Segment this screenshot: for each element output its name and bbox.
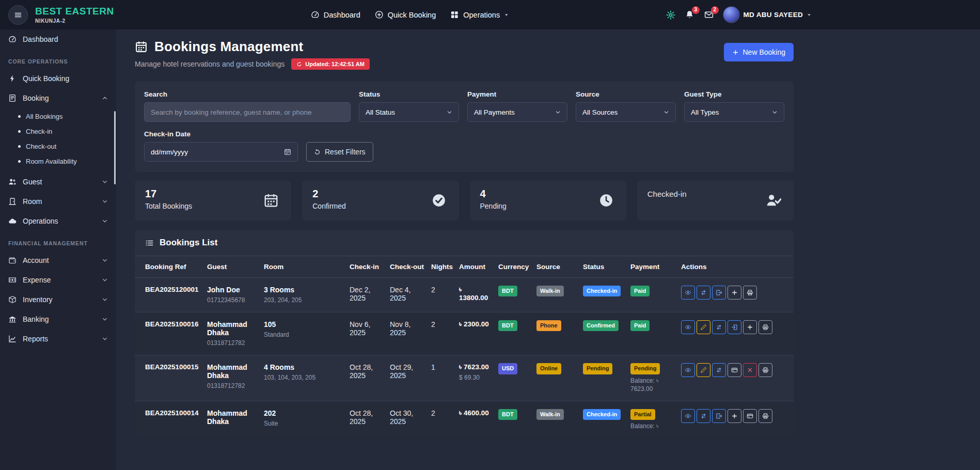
plus-icon bbox=[732, 49, 739, 56]
swap-action-button[interactable] bbox=[697, 409, 710, 423]
column-header-guest[interactable]: Guest bbox=[203, 256, 260, 278]
column-header-amount[interactable]: Amount bbox=[455, 256, 494, 278]
plus-action-button[interactable] bbox=[728, 286, 741, 300]
sidebar-item-banking[interactable]: Banking bbox=[0, 309, 116, 329]
nav-dashboard[interactable]: Dashboard bbox=[311, 10, 360, 19]
user-name: MD ABU SAYEED bbox=[744, 11, 803, 19]
sidebar-subitem-all-bookings[interactable]: All Bookings bbox=[0, 109, 116, 124]
checkout-date: Nov 8, 2025 bbox=[386, 312, 427, 355]
credit-card-action-button[interactable] bbox=[743, 409, 757, 423]
source-select[interactable]: All Sources bbox=[576, 102, 676, 122]
printer-action-button[interactable] bbox=[758, 363, 772, 377]
plus-action-button[interactable] bbox=[743, 320, 757, 334]
checkin-date-input[interactable]: dd/mm/yyyy bbox=[144, 142, 298, 162]
search-input[interactable] bbox=[144, 102, 351, 122]
reset-filters-button[interactable]: Reset Filters bbox=[306, 142, 373, 162]
sidebar-item-account[interactable]: Account bbox=[0, 250, 116, 270]
sidebar-item-operations[interactable]: Operations bbox=[0, 211, 116, 231]
swap-action-button[interactable] bbox=[712, 363, 726, 377]
column-header-currency[interactable]: Currency bbox=[494, 256, 532, 278]
column-header-check-out[interactable]: Check-out bbox=[386, 256, 427, 278]
column-header-actions[interactable]: Actions bbox=[677, 256, 794, 278]
notifications-button[interactable]: 3 bbox=[685, 10, 695, 20]
column-header-nights[interactable]: Nights bbox=[427, 256, 455, 278]
sidebar-item-room[interactable]: Room bbox=[0, 192, 116, 211]
nav-link-label: Dashboard bbox=[324, 11, 360, 19]
column-header-payment[interactable]: Payment bbox=[626, 256, 677, 278]
box-arrow-right-action-button[interactable] bbox=[712, 409, 726, 423]
printer-action-button[interactable] bbox=[758, 320, 772, 334]
journal-icon bbox=[8, 94, 17, 102]
nav-quick-booking[interactable]: Quick Booking bbox=[375, 10, 436, 19]
eye-action-button[interactable] bbox=[681, 320, 695, 334]
chevron-up-icon bbox=[102, 95, 108, 101]
sidebar-item-expense[interactable]: Expense bbox=[0, 270, 116, 290]
sidebar-item-booking[interactable]: Booking bbox=[0, 88, 116, 108]
plus-action-button[interactable] bbox=[728, 409, 741, 423]
guest-name: Mohammad Dhaka bbox=[207, 363, 256, 380]
payment-select[interactable]: All Payments bbox=[467, 102, 567, 122]
brand-name: BEST EASTERN bbox=[35, 6, 114, 17]
sidebar-scrollbar[interactable] bbox=[114, 111, 116, 184]
table-row: BEA2025100014Mohammad Dhaka202SuiteOct 2… bbox=[135, 401, 794, 438]
eye-action-button[interactable] bbox=[681, 409, 695, 423]
sidebar-item-dashboard[interactable]: Dashboard bbox=[0, 29, 116, 49]
stat-label: Confirmed bbox=[312, 202, 448, 210]
nights: 1 bbox=[427, 355, 455, 401]
top-navbar: BEST EASTERN NIKUNJA-2 DashboardQuick Bo… bbox=[0, 0, 980, 29]
sidebar-item-label: Room bbox=[23, 197, 96, 206]
swap-action-button[interactable] bbox=[697, 286, 710, 300]
nav-operations[interactable]: Operations bbox=[450, 10, 509, 19]
brand[interactable]: BEST EASTERN NIKUNJA-2 bbox=[35, 6, 114, 24]
new-booking-button[interactable]: New Booking bbox=[724, 43, 794, 61]
credit-card-action-button[interactable] bbox=[728, 363, 741, 377]
refresh-icon bbox=[296, 61, 302, 67]
source-badge: Walk-in bbox=[536, 409, 564, 420]
column-header-booking-ref[interactable]: Booking Ref bbox=[135, 256, 203, 278]
column-header-source[interactable]: Source bbox=[532, 256, 579, 278]
box-arrow-right-action-button[interactable] bbox=[712, 286, 726, 300]
page-title: Bookings Management bbox=[154, 39, 303, 55]
sidebar-subitem-check-in[interactable]: Check-in bbox=[0, 124, 116, 139]
printer-action-button[interactable] bbox=[743, 286, 757, 300]
messages-button[interactable]: 2 bbox=[704, 10, 714, 20]
status-select[interactable]: All Status bbox=[359, 102, 459, 122]
amount: ৳ 13800.00 bbox=[459, 286, 490, 302]
booking-ref: BEA2025100014 bbox=[145, 409, 199, 417]
reset-filters-label: Reset Filters bbox=[325, 148, 366, 156]
sidebar-item-label: Inventory bbox=[23, 295, 96, 304]
pencil-action-button[interactable] bbox=[697, 363, 710, 377]
source-badge: Walk-in bbox=[536, 286, 564, 296]
sidebar-subitem-room-availability[interactable]: Room Availability bbox=[0, 154, 116, 169]
bookings-table: Booking RefGuestRoomCheck-inCheck-outNig… bbox=[135, 256, 794, 438]
sidebar-item-reports[interactable]: Reports bbox=[0, 329, 116, 349]
room-detail: 203, 204, 205 bbox=[264, 296, 341, 304]
column-header-status[interactable]: Status bbox=[579, 256, 626, 278]
x-action-button[interactable] bbox=[743, 363, 757, 377]
sidebar-item-quick-booking[interactable]: Quick Booking bbox=[0, 69, 116, 88]
source-label: Source bbox=[576, 90, 676, 98]
settings-button[interactable] bbox=[666, 10, 676, 20]
sidebar-subitem-check-out[interactable]: Check-out bbox=[0, 139, 116, 154]
column-header-check-in[interactable]: Check-in bbox=[345, 256, 386, 278]
sidebar-toggle-button[interactable] bbox=[8, 5, 28, 25]
currency-badge: BDT bbox=[498, 409, 517, 420]
lightning-icon bbox=[8, 74, 17, 83]
user-menu[interactable]: MD ABU SAYEED bbox=[723, 6, 812, 23]
swap-action-button[interactable] bbox=[712, 320, 726, 334]
speedometer-icon bbox=[311, 10, 320, 19]
eye-action-button[interactable] bbox=[681, 286, 695, 300]
pencil-action-button[interactable] bbox=[697, 320, 710, 334]
chevron-down-icon bbox=[102, 277, 108, 283]
box-arrow-in-right-action-button[interactable] bbox=[728, 320, 741, 334]
column-header-room[interactable]: Room bbox=[260, 256, 345, 278]
sidebar-item-guest[interactable]: Guest bbox=[0, 172, 116, 192]
bullet-icon bbox=[18, 130, 21, 133]
guest-type-select[interactable]: All Types bbox=[684, 102, 784, 122]
room-detail: Suite bbox=[264, 419, 341, 428]
eye-action-button[interactable] bbox=[681, 363, 695, 377]
printer-action-button[interactable] bbox=[758, 409, 772, 423]
table-row: BEA2025120001John Doe017123456783 Rooms2… bbox=[135, 278, 794, 312]
bookings-list-card: Bookings List Booking RefGuestRoomCheck-… bbox=[135, 230, 794, 438]
sidebar-item-inventory[interactable]: Inventory bbox=[0, 290, 116, 309]
